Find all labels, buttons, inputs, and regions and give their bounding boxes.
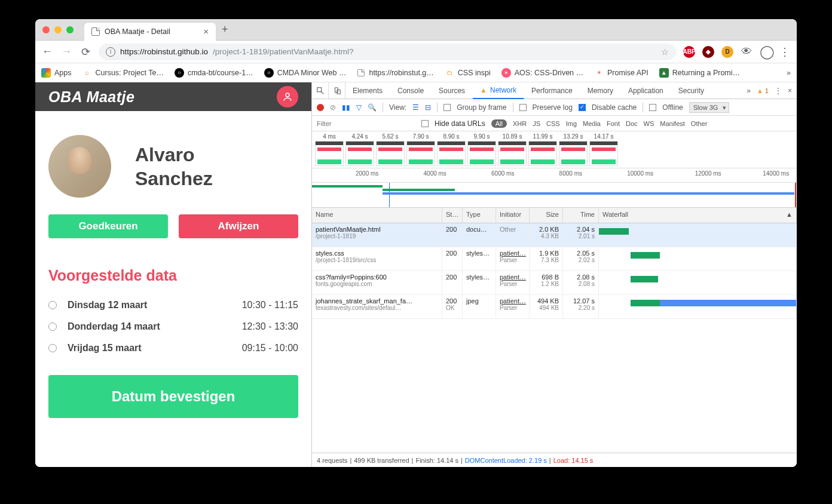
filmstrip-frame[interactable]: 9.90 s <box>467 133 496 166</box>
record-icon[interactable] <box>317 104 324 111</box>
col-time[interactable]: Time <box>563 208 599 223</box>
preserve-log-checkbox[interactable] <box>519 104 527 111</box>
tab-memory[interactable]: Memory <box>580 82 621 99</box>
zoom-window-icon[interactable] <box>66 26 74 33</box>
extension-icon[interactable]: 👁 <box>741 45 753 58</box>
radio-icon[interactable] <box>48 301 57 309</box>
bookmark-item[interactable]: ○CMDA Minor Web … <box>264 68 347 78</box>
bookmark-apps[interactable]: Apps <box>41 68 72 78</box>
timeline-overview[interactable] <box>312 183 797 208</box>
filter-type[interactable]: XHR <box>513 120 527 127</box>
reject-button[interactable]: Afwijzen <box>179 214 298 238</box>
filter-input[interactable] <box>317 120 415 127</box>
filmstrip-frame[interactable]: 8.90 s <box>437 133 466 166</box>
filter-type[interactable]: JS <box>533 120 540 127</box>
table-row[interactable]: styles.css/project-1-1819/src/css 200 st… <box>312 247 797 271</box>
disable-cache-checkbox[interactable] <box>579 104 586 111</box>
filter-type[interactable]: WS <box>644 120 654 127</box>
filmstrip-frame[interactable]: 10.89 s <box>498 133 527 166</box>
bookmark-item[interactable]: ○cmda-bt/course-1… <box>175 68 253 78</box>
reload-icon[interactable]: ⟳ <box>79 45 91 59</box>
filmstrip-frame[interactable]: 11.99 s <box>528 133 557 166</box>
col-type[interactable]: Type <box>463 208 496 223</box>
filter-type[interactable]: Img <box>566 120 577 127</box>
forward-icon[interactable]: → <box>60 45 72 58</box>
devtools-close-icon[interactable]: × <box>788 87 792 95</box>
device-toggle-icon[interactable] <box>329 82 345 99</box>
inspect-icon[interactable] <box>312 82 329 99</box>
tab-security[interactable]: Security <box>671 82 712 99</box>
hide-urls-checkbox[interactable] <box>421 120 429 127</box>
filter-type[interactable]: Manifest <box>660 120 685 127</box>
timeline-ruler[interactable]: 2000 ms 4000 ms 6000 ms 8000 ms 10000 ms… <box>312 168 797 183</box>
radio-icon[interactable] <box>48 322 57 331</box>
minimize-window-icon[interactable] <box>54 26 62 33</box>
devtools-menu-icon[interactable]: ⋮ <box>775 87 782 95</box>
tab-console[interactable]: Console <box>390 82 432 99</box>
new-tab-icon[interactable]: + <box>222 23 228 36</box>
filter-type[interactable]: CSS <box>546 120 560 127</box>
radio-icon[interactable] <box>48 344 57 352</box>
date-option[interactable]: Donderdag 14 maart12:30 - 13:30 <box>48 321 298 332</box>
filmstrip-frame[interactable]: 4 ms <box>315 133 344 166</box>
search-icon[interactable]: 🔍 <box>368 103 377 112</box>
filmstrip-frame[interactable]: 14.17 s <box>589 133 618 166</box>
filter-icon[interactable]: ▽ <box>356 103 362 112</box>
browser-tab[interactable]: OBA Maatje - Detail × <box>84 23 216 41</box>
tab-sources[interactable]: Sources <box>432 82 473 99</box>
tab-network[interactable]: ▲Network <box>473 82 524 99</box>
filter-type-all[interactable]: All <box>491 119 507 128</box>
tab-elements[interactable]: Elements <box>345 82 390 99</box>
menu-icon[interactable]: ⋮ <box>779 45 791 59</box>
filter-type[interactable]: Doc <box>626 120 638 127</box>
tab-application[interactable]: Application <box>621 82 671 99</box>
col-waterfall[interactable]: Waterfall▲ <box>599 208 797 223</box>
bookmark-item[interactable]: ✶Promise API <box>594 68 649 78</box>
col-size[interactable]: Size <box>530 208 563 223</box>
filmstrip-frame[interactable]: 5.62 s <box>376 133 405 166</box>
bookmark-item[interactable]: https://robinstut.g… <box>357 69 433 77</box>
bookmark-item[interactable]: ⌂Cursus: Project Te… <box>82 68 164 78</box>
col-initiator[interactable]: Initiator <box>496 208 530 223</box>
extension-icon[interactable]: D <box>721 46 733 58</box>
camera-icon[interactable]: ▮▮ <box>342 103 350 112</box>
date-option[interactable]: Dinsdag 12 maart10:30 - 11:15 <box>48 300 298 311</box>
bookmark-item[interactable]: ✶AOS: CSS-Driven … <box>501 68 583 78</box>
table-row[interactable]: css?family=Poppins:600fonts.googleapis.c… <box>312 271 797 295</box>
approve-button[interactable]: Goedkeuren <box>48 214 168 238</box>
filmstrip-frame[interactable]: 7.90 s <box>406 133 435 166</box>
bookmark-item[interactable]: ▲Returning a Promi… <box>659 68 740 78</box>
filter-type[interactable]: Other <box>691 120 708 127</box>
extension-icon[interactable]: ABP <box>683 46 695 58</box>
close-tab-icon[interactable]: × <box>203 26 209 36</box>
throttling-select[interactable]: Slow 3G <box>689 102 730 113</box>
tab-performance[interactable]: Performance <box>524 82 580 99</box>
table-row[interactable]: patientVanMaatje.html/project-1-1819 200… <box>312 223 797 247</box>
confirm-date-button[interactable]: Datum bevestigen <box>48 375 298 418</box>
filter-type[interactable]: Font <box>607 120 620 127</box>
col-status[interactable]: St… <box>442 208 463 223</box>
profile-icon[interactable]: ◯ <box>760 44 772 60</box>
warning-badge[interactable]: ▲1 <box>757 87 769 94</box>
group-frame-checkbox[interactable] <box>443 104 451 111</box>
bookmark-star-icon[interactable]: ☆ <box>661 47 669 57</box>
extension-icon[interactable]: ◆ <box>702 46 714 58</box>
large-rows-icon[interactable]: ☰ <box>412 103 419 112</box>
close-window-icon[interactable] <box>42 26 50 33</box>
user-menu-icon[interactable] <box>277 86 298 107</box>
omnibox[interactable]: i https://robinstut.github.io/project-1-… <box>99 44 676 60</box>
overview-icon[interactable]: ⊟ <box>425 103 431 112</box>
bookmark-item[interactable]: 🗀CSS inspi <box>445 68 491 78</box>
bookmarks-overflow-icon[interactable]: » <box>787 69 791 77</box>
clear-icon[interactable]: ⊘ <box>330 103 336 112</box>
network-table-body[interactable]: patientVanMaatje.html/project-1-1819 200… <box>312 223 797 453</box>
table-row[interactable]: johannes_strate_skarf_man_fa…texastraves… <box>312 295 797 319</box>
filmstrip-frame[interactable]: 13.29 s <box>559 133 588 166</box>
offline-checkbox[interactable] <box>649 104 656 111</box>
filter-type[interactable]: Media <box>583 120 601 127</box>
date-option[interactable]: Vrijdag 15 maart09:15 - 10:00 <box>48 343 298 354</box>
back-icon[interactable]: ← <box>41 45 53 58</box>
col-name[interactable]: Name <box>312 208 442 223</box>
filmstrip-frame[interactable]: 4.24 s <box>345 133 374 166</box>
tabs-overflow-icon[interactable]: » <box>747 87 751 95</box>
